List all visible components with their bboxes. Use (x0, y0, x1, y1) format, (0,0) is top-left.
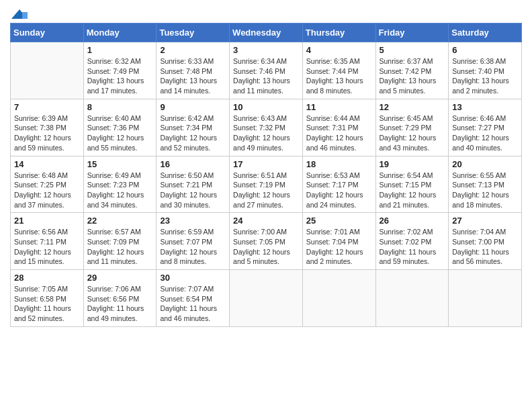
day-header-saturday: Saturday (449, 24, 522, 42)
day-number: 18 (306, 159, 372, 169)
day-info: Sunrise: 6:56 AM Sunset: 7:11 PM Dayligh… (14, 227, 80, 267)
day-info: Sunrise: 7:00 AM Sunset: 7:05 PM Dayligh… (233, 227, 299, 267)
svg-rect-1 (22, 12, 28, 19)
calendar-cell: 28Sunrise: 7:05 AM Sunset: 6:58 PM Dayli… (11, 270, 84, 327)
calendar-header-row: SundayMondayTuesdayWednesdayThursdayFrid… (11, 24, 522, 42)
day-info: Sunrise: 6:51 AM Sunset: 7:19 PM Dayligh… (233, 171, 299, 210)
day-info: Sunrise: 6:34 AM Sunset: 7:46 PM Dayligh… (233, 56, 299, 96)
calendar-week-1: 1Sunrise: 6:32 AM Sunset: 7:49 PM Daylig… (11, 42, 522, 99)
day-number: 10 (233, 102, 299, 112)
calendar-cell: 21Sunrise: 6:56 AM Sunset: 7:11 PM Dayli… (11, 213, 84, 270)
day-info: Sunrise: 6:43 AM Sunset: 7:32 PM Dayligh… (233, 113, 299, 153)
day-number: 21 (14, 216, 80, 226)
day-number: 1 (87, 45, 153, 55)
day-number: 19 (380, 159, 445, 169)
day-number: 25 (306, 216, 372, 226)
day-number: 2 (160, 45, 226, 55)
calendar-cell: 11Sunrise: 6:44 AM Sunset: 7:31 PM Dayli… (302, 99, 375, 156)
day-number: 29 (87, 273, 153, 283)
calendar-week-3: 14Sunrise: 6:48 AM Sunset: 7:25 PM Dayli… (11, 156, 522, 213)
logo-icon (10, 8, 29, 20)
day-info: Sunrise: 6:44 AM Sunset: 7:31 PM Dayligh… (306, 113, 372, 153)
day-number: 15 (87, 159, 153, 169)
calendar-cell: 7Sunrise: 6:39 AM Sunset: 7:38 PM Daylig… (11, 99, 84, 156)
day-number: 23 (160, 216, 226, 226)
day-number: 5 (380, 45, 445, 55)
day-info: Sunrise: 6:50 AM Sunset: 7:21 PM Dayligh… (160, 171, 226, 210)
day-number: 16 (160, 159, 226, 169)
day-number: 14 (14, 159, 80, 169)
calendar-cell: 13Sunrise: 6:46 AM Sunset: 7:27 PM Dayli… (449, 99, 522, 156)
day-number: 27 (452, 216, 518, 226)
day-info: Sunrise: 6:33 AM Sunset: 7:48 PM Dayligh… (160, 56, 226, 96)
day-number: 22 (87, 216, 153, 226)
day-info: Sunrise: 6:57 AM Sunset: 7:09 PM Dayligh… (87, 227, 153, 267)
calendar-cell: 12Sunrise: 6:45 AM Sunset: 7:29 PM Dayli… (375, 99, 449, 156)
day-info: Sunrise: 7:05 AM Sunset: 6:58 PM Dayligh… (14, 284, 80, 324)
day-number: 6 (452, 45, 518, 55)
day-number: 7 (14, 102, 80, 112)
calendar-cell (11, 42, 84, 99)
day-number: 24 (233, 216, 299, 226)
calendar-cell: 19Sunrise: 6:54 AM Sunset: 7:15 PM Dayli… (375, 156, 449, 213)
day-info: Sunrise: 6:38 AM Sunset: 7:40 PM Dayligh… (452, 56, 518, 96)
calendar-cell: 1Sunrise: 6:32 AM Sunset: 7:49 PM Daylig… (83, 42, 157, 99)
day-info: Sunrise: 6:49 AM Sunset: 7:23 PM Dayligh… (87, 171, 153, 210)
calendar-cell: 18Sunrise: 6:53 AM Sunset: 7:17 PM Dayli… (302, 156, 375, 213)
day-number: 26 (380, 216, 445, 226)
day-number: 11 (306, 102, 372, 112)
calendar-cell: 30Sunrise: 7:07 AM Sunset: 6:54 PM Dayli… (157, 270, 230, 327)
logo (10, 9, 29, 20)
day-number: 9 (160, 102, 226, 112)
day-number: 12 (380, 102, 445, 112)
calendar-cell: 17Sunrise: 6:51 AM Sunset: 7:19 PM Dayli… (230, 156, 303, 213)
day-number: 30 (160, 273, 226, 283)
calendar-cell: 15Sunrise: 6:49 AM Sunset: 7:23 PM Dayli… (83, 156, 157, 213)
calendar-cell: 20Sunrise: 6:55 AM Sunset: 7:13 PM Dayli… (449, 156, 522, 213)
calendar-cell (375, 270, 449, 327)
calendar-cell: 27Sunrise: 7:04 AM Sunset: 7:00 PM Dayli… (449, 213, 522, 270)
calendar-cell: 5Sunrise: 6:37 AM Sunset: 7:42 PM Daylig… (375, 42, 449, 99)
calendar-cell: 9Sunrise: 6:42 AM Sunset: 7:34 PM Daylig… (157, 99, 230, 156)
day-info: Sunrise: 6:40 AM Sunset: 7:36 PM Dayligh… (87, 113, 153, 153)
day-info: Sunrise: 7:04 AM Sunset: 7:00 PM Dayligh… (452, 227, 518, 267)
calendar-cell: 25Sunrise: 7:01 AM Sunset: 7:04 PM Dayli… (302, 213, 375, 270)
day-number: 17 (233, 159, 299, 169)
day-header-monday: Monday (83, 24, 157, 42)
day-info: Sunrise: 6:39 AM Sunset: 7:38 PM Dayligh… (14, 113, 80, 153)
calendar-week-2: 7Sunrise: 6:39 AM Sunset: 7:38 PM Daylig… (11, 99, 522, 156)
calendar-cell: 24Sunrise: 7:00 AM Sunset: 7:05 PM Dayli… (230, 213, 303, 270)
calendar-cell: 6Sunrise: 6:38 AM Sunset: 7:40 PM Daylig… (449, 42, 522, 99)
page-header (10, 7, 522, 20)
day-info: Sunrise: 6:59 AM Sunset: 7:07 PM Dayligh… (160, 227, 226, 267)
day-info: Sunrise: 6:48 AM Sunset: 7:25 PM Dayligh… (14, 171, 80, 210)
calendar-cell: 29Sunrise: 7:06 AM Sunset: 6:56 PM Dayli… (83, 270, 157, 327)
calendar-cell: 26Sunrise: 7:02 AM Sunset: 7:02 PM Dayli… (375, 213, 449, 270)
day-info: Sunrise: 6:35 AM Sunset: 7:44 PM Dayligh… (306, 56, 372, 96)
day-number: 3 (233, 45, 299, 55)
calendar-cell: 2Sunrise: 6:33 AM Sunset: 7:48 PM Daylig… (157, 42, 230, 99)
calendar-cell: 3Sunrise: 6:34 AM Sunset: 7:46 PM Daylig… (230, 42, 303, 99)
day-info: Sunrise: 6:53 AM Sunset: 7:17 PM Dayligh… (306, 171, 372, 210)
calendar-cell: 23Sunrise: 6:59 AM Sunset: 7:07 PM Dayli… (157, 213, 230, 270)
day-header-thursday: Thursday (302, 24, 375, 42)
calendar-cell: 16Sunrise: 6:50 AM Sunset: 7:21 PM Dayli… (157, 156, 230, 213)
day-info: Sunrise: 6:45 AM Sunset: 7:29 PM Dayligh… (380, 113, 445, 153)
day-number: 20 (452, 159, 518, 169)
day-info: Sunrise: 7:07 AM Sunset: 6:54 PM Dayligh… (160, 284, 226, 324)
calendar-cell: 10Sunrise: 6:43 AM Sunset: 7:32 PM Dayli… (230, 99, 303, 156)
calendar-cell (449, 270, 522, 327)
day-info: Sunrise: 6:42 AM Sunset: 7:34 PM Dayligh… (160, 113, 226, 153)
day-info: Sunrise: 7:01 AM Sunset: 7:04 PM Dayligh… (306, 227, 372, 267)
calendar-cell (230, 270, 303, 327)
day-info: Sunrise: 7:02 AM Sunset: 7:02 PM Dayligh… (380, 227, 445, 267)
calendar-week-5: 28Sunrise: 7:05 AM Sunset: 6:58 PM Dayli… (11, 270, 522, 327)
day-number: 8 (87, 102, 153, 112)
day-number: 13 (452, 102, 518, 112)
day-header-friday: Friday (375, 24, 449, 42)
day-header-wednesday: Wednesday (230, 24, 303, 42)
day-number: 4 (306, 45, 372, 55)
day-number: 28 (14, 273, 80, 283)
calendar-cell (302, 270, 375, 327)
day-info: Sunrise: 6:54 AM Sunset: 7:15 PM Dayligh… (380, 171, 445, 210)
